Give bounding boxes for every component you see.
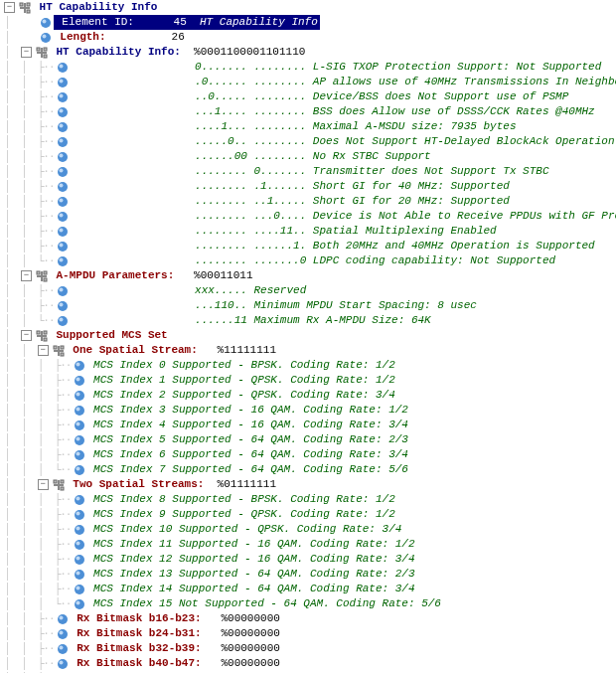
sphere-icon bbox=[74, 464, 85, 476]
mcs-index-line[interactable]: │ │ │ ├·· MCS Index 3 Supported - 16 QAM… bbox=[4, 403, 616, 418]
sphere-icon bbox=[57, 613, 69, 625]
mcs-index-line[interactable]: │ │ │ ├·· MCS Index 0 Supported - BPSK. … bbox=[4, 358, 616, 373]
bitfield-line[interactable]: │ │ ├·· ........ ..1..... Short GI for 2… bbox=[4, 194, 616, 209]
mcs-index-line[interactable]: │ │ │ ├·· MCS Index 14 Supported - 64 QA… bbox=[4, 582, 616, 596]
bitfield-line[interactable]: │ │ ├·· 0....... ........ L-SIG TXOP Pro… bbox=[4, 60, 616, 75]
bitfield-line[interactable]: │ │ ├·· .....0.. ........ Does Not Suppo… bbox=[4, 134, 616, 149]
sphere-icon bbox=[74, 569, 85, 581]
mcs-index-line[interactable]: │ │ │ ├·· MCS Index 5 Supported - 64 QAM… bbox=[4, 432, 616, 447]
bitfield-line[interactable]: │ │ └·· ......11 Maximum Rx A-MPDU Size:… bbox=[4, 313, 616, 328]
sphere-icon bbox=[57, 62, 69, 74]
node-ht-cap-info[interactable]: │ HT Capability Info: %0001100001101110 bbox=[4, 45, 616, 60]
toggle-icon[interactable] bbox=[4, 2, 15, 13]
sphere-icon bbox=[57, 255, 69, 267]
rx-bitmask-line[interactable]: │ │ ├·· Rx Bitmask b40-b47: %00000000 bbox=[4, 656, 616, 671]
sphere-icon bbox=[74, 420, 85, 431]
sphere-icon bbox=[74, 449, 85, 461]
sphere-icon bbox=[57, 151, 69, 163]
bitfield-line[interactable]: │ │ ├·· ...110.. Minimum MPDU Start Spac… bbox=[4, 298, 616, 313]
mcs-index-line[interactable]: │ │ │ ├·· MCS Index 1 Supported - QPSK. … bbox=[4, 373, 616, 388]
sphere-icon bbox=[74, 494, 85, 506]
mcs-index-line[interactable]: │ │ │ ├·· MCS Index 12 Supported - 16 QA… bbox=[4, 552, 616, 567]
branch-icon bbox=[53, 479, 65, 491]
sphere-icon bbox=[57, 121, 69, 133]
sphere-icon bbox=[57, 300, 69, 312]
mcs-index-line[interactable]: │ │ │ ├·· MCS Index 9 Supported - QPSK. … bbox=[4, 507, 616, 522]
bitfield-line[interactable]: │ │ ├·· ........ ...0.... Device is Not … bbox=[4, 209, 616, 224]
mcs-index-line[interactable]: │ │ │ ├·· MCS Index 10 Supported - QPSK.… bbox=[4, 522, 616, 537]
rx-bitmask-line[interactable]: │ │ ├·· Rx Bitmask b32-b39: %00000000 bbox=[4, 641, 616, 656]
sphere-icon bbox=[57, 196, 69, 208]
node-mcs-set[interactable]: │ Supported MCS Set bbox=[4, 328, 616, 343]
sphere-icon bbox=[74, 360, 85, 372]
mcs-index-line[interactable]: │ │ │ ├·· MCS Index 11 Supported - 16 QA… bbox=[4, 537, 616, 552]
sphere-icon bbox=[74, 524, 85, 536]
bitfield-line[interactable]: │ │ ├·· ....1... ........ Maximal A-MSDU… bbox=[4, 119, 616, 134]
mcs-index-line[interactable]: │ │ │ ├·· MCS Index 6 Supported - 64 QAM… bbox=[4, 447, 616, 462]
sphere-icon bbox=[57, 315, 69, 327]
node-spatial-stream[interactable]: │ │ One Spatial Stream: %11111111 bbox=[4, 343, 616, 358]
bitfield-line[interactable]: │ │ └·· ........ .......0 LDPC coding ca… bbox=[4, 253, 616, 268]
toggle-icon[interactable] bbox=[38, 345, 49, 356]
sphere-icon bbox=[74, 405, 85, 417]
sphere-icon bbox=[40, 32, 52, 44]
sphere-icon bbox=[74, 554, 85, 566]
sphere-icon bbox=[74, 375, 85, 387]
tree-root: HT Capability Info│ Element ID: 45 HT Ca… bbox=[0, 0, 616, 673]
mcs-index-line[interactable]: │ │ │ ├·· MCS Index 4 Supported - 16 QAM… bbox=[4, 418, 616, 432]
sphere-icon bbox=[40, 17, 52, 29]
bitfield-line[interactable]: │ │ ├·· ........ .1...... Short GI for 4… bbox=[4, 179, 616, 194]
sphere-icon bbox=[57, 226, 69, 238]
sphere-icon bbox=[74, 584, 85, 595]
sphere-icon bbox=[57, 77, 69, 88]
toggle-icon[interactable] bbox=[38, 479, 49, 490]
sphere-icon bbox=[74, 598, 85, 610]
mcs-index-line[interactable]: │ │ │ └·· MCS Index 7 Supported - 64 QAM… bbox=[4, 462, 616, 477]
sphere-icon bbox=[57, 106, 69, 118]
toggle-icon[interactable] bbox=[21, 330, 32, 341]
bitfield-line[interactable]: │ │ ├·· ..0..... ........ Device/BSS doe… bbox=[4, 89, 616, 104]
mcs-index-line[interactable]: │ │ │ ├·· MCS Index 13 Supported - 64 QA… bbox=[4, 567, 616, 582]
sphere-icon bbox=[74, 539, 85, 551]
mcs-index-line[interactable]: │ │ │ ├·· MCS Index 8 Supported - BPSK. … bbox=[4, 492, 616, 507]
bitfield-line[interactable]: │ │ ├·· ...1.... ........ BSS does Allow… bbox=[4, 104, 616, 119]
mcs-index-line[interactable]: │ │ │ └·· MCS Index 15 Not Supported - 6… bbox=[4, 596, 616, 611]
node-length[interactable]: │ Length: 26 bbox=[4, 30, 616, 45]
bitfield-line[interactable]: │ │ ├·· .0...... ........ AP allows use … bbox=[4, 75, 616, 89]
bitfield-line[interactable]: │ │ ├·· ......00 ........ No Rx STBC Sup… bbox=[4, 149, 616, 164]
sphere-icon bbox=[74, 509, 85, 521]
bitfield-line[interactable]: │ │ ├·· xxx..... Reserved bbox=[4, 283, 616, 298]
node-element-id[interactable]: │ Element ID: 45 HT Capability Info bbox=[4, 15, 616, 30]
rx-bitmask-line[interactable]: │ │ ├·· Rx Bitmask b16-b23: %00000000 bbox=[4, 611, 616, 626]
mcs-index-line[interactable]: │ │ │ ├·· MCS Index 2 Supported - QPSK. … bbox=[4, 388, 616, 403]
rx-bitmask-line[interactable]: │ │ ├·· Rx Bitmask b24-b31: %00000000 bbox=[4, 626, 616, 641]
bitfield-line[interactable]: │ │ ├·· ........ ......1. Both 20MHz and… bbox=[4, 239, 616, 253]
branch-icon bbox=[19, 2, 31, 14]
sphere-icon bbox=[57, 643, 69, 655]
node-root[interactable]: HT Capability Info bbox=[4, 0, 616, 15]
sphere-icon bbox=[57, 181, 69, 193]
sphere-icon bbox=[74, 434, 85, 446]
sphere-icon bbox=[57, 241, 69, 252]
sphere-icon bbox=[57, 628, 69, 640]
branch-icon bbox=[36, 330, 48, 342]
sphere-icon bbox=[57, 658, 69, 670]
toggle-icon[interactable] bbox=[21, 47, 32, 58]
bitfield-line[interactable]: │ │ ├·· ........ 0....... Transmitter do… bbox=[4, 164, 616, 179]
sphere-icon bbox=[57, 136, 69, 148]
toggle-icon[interactable] bbox=[21, 270, 32, 281]
sphere-icon bbox=[57, 211, 69, 223]
branch-icon bbox=[36, 270, 48, 282]
bitfield-line[interactable]: │ │ ├·· ........ ....11.. Spatial Multip… bbox=[4, 224, 616, 239]
branch-icon bbox=[36, 47, 48, 59]
sphere-icon bbox=[57, 285, 69, 297]
node-spatial-stream[interactable]: │ │ Two Spatial Streams: %01111111 bbox=[4, 477, 616, 492]
branch-icon bbox=[53, 345, 65, 357]
node-ampdu[interactable]: │ A-MPDU Parameters: %00011011 bbox=[4, 268, 616, 283]
sphere-icon bbox=[57, 91, 69, 103]
sphere-icon bbox=[74, 390, 85, 402]
sphere-icon bbox=[57, 166, 69, 178]
